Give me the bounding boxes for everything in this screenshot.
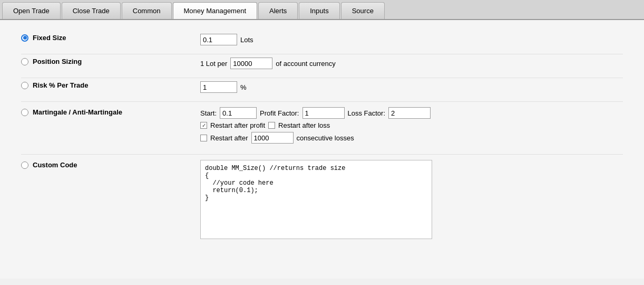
martingale-restart-consecutive-row: Restart after consecutive losses [200, 132, 431, 144]
restart-after-checkbox[interactable] [200, 135, 207, 141]
main-content: Fixed Size Lots Position Sizing 1 Lot pe… [0, 20, 644, 279]
custom-code-label: Custom Code [33, 161, 77, 169]
custom-code-radio[interactable] [21, 162, 28, 169]
fixed-size-radio[interactable] [21, 34, 28, 42]
restart-after-loss-label: Restart after loss [278, 121, 330, 129]
martingale-label-area: Martingale / Anti-Martingale [21, 107, 200, 116]
tab-source[interactable]: Source [341, 2, 385, 19]
restart-after-profit-label: Restart after profit [210, 121, 265, 129]
fixed-size-suffix: Lots [240, 36, 253, 44]
loss-factor-label: Loss Factor: [348, 109, 386, 117]
position-sizing-suffix: of account currency [276, 60, 335, 68]
fixed-size-label: Fixed Size [33, 34, 66, 42]
custom-code-label-area: Custom Code [21, 160, 200, 169]
martingale-restart-profit-row: Restart after profit Restart after loss [200, 121, 431, 129]
risk-per-trade-suffix: % [240, 83, 247, 91]
start-label: Start: [200, 109, 217, 117]
position-sizing-input[interactable] [230, 58, 272, 69]
custom-code-row: Custom Code double MM_Size() //returns t… [21, 154, 623, 242]
martingale-start-input[interactable] [220, 107, 257, 119]
risk-per-trade-label-area: Risk % Per Trade [21, 81, 200, 89]
tab-money-management[interactable]: Money Management [173, 2, 258, 19]
custom-code-controls: double MM_Size() //returns trade size { … [200, 160, 432, 239]
fixed-size-input[interactable] [200, 34, 237, 45]
restart-after-input[interactable] [251, 132, 294, 144]
tab-bar: Open Trade Close Trade Common Money Mana… [0, 0, 644, 20]
martingale-profit-factor-input[interactable] [303, 107, 345, 119]
profit-factor-label: Profit Factor: [260, 109, 299, 117]
fixed-size-label-area: Fixed Size [21, 34, 200, 42]
restart-after-profit-checkbox[interactable] [200, 122, 207, 129]
custom-code-textarea[interactable]: double MM_Size() //returns trade size { … [200, 160, 432, 239]
martingale-radio[interactable] [21, 109, 28, 116]
risk-per-trade-row: Risk % Per Trade % [21, 78, 623, 96]
position-sizing-radio[interactable] [21, 58, 28, 65]
position-sizing-label: Position Sizing [33, 58, 82, 65]
martingale-row: Martingale / Anti-Martingale Start: Prof… [21, 101, 623, 149]
risk-per-trade-controls: % [200, 81, 247, 93]
tab-close-trade[interactable]: Close Trade [62, 2, 121, 19]
position-sizing-prefix: 1 Lot per [200, 60, 227, 68]
position-sizing-label-area: Position Sizing [21, 58, 200, 65]
restart-after-loss-checkbox[interactable] [268, 122, 275, 129]
risk-per-trade-label: Risk % Per Trade [33, 81, 89, 89]
tab-open-trade[interactable]: Open Trade [2, 2, 61, 19]
risk-per-trade-input[interactable] [200, 81, 237, 93]
fixed-size-controls: Lots [200, 34, 253, 45]
martingale-label: Martingale / Anti-Martingale [33, 108, 122, 116]
tab-common[interactable]: Common [122, 2, 172, 19]
position-sizing-row: Position Sizing 1 Lot per of account cur… [21, 54, 623, 72]
martingale-loss-factor-input[interactable] [388, 107, 431, 119]
tab-inputs[interactable]: Inputs [299, 2, 339, 19]
restart-after-label: Restart after [210, 134, 248, 142]
martingale-factors-row: Start: Profit Factor: Loss Factor: [200, 107, 431, 119]
position-sizing-controls: 1 Lot per of account currency [200, 58, 336, 69]
tab-alerts[interactable]: Alerts [258, 2, 298, 19]
risk-per-trade-radio[interactable] [21, 82, 28, 89]
fixed-size-row: Fixed Size Lots [21, 31, 623, 49]
restart-after-suffix: consecutive losses [297, 134, 354, 142]
martingale-controls: Start: Profit Factor: Loss Factor: Resta… [200, 107, 431, 144]
